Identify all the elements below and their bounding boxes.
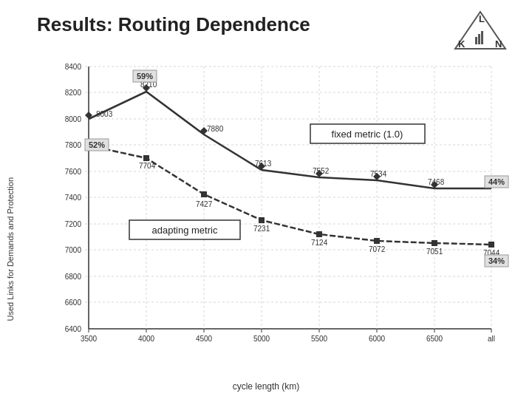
- svg-text:N: N: [495, 38, 502, 50]
- logo: L K N: [451, 9, 510, 53]
- svg-text:K: K: [458, 38, 466, 50]
- svg-text:7427: 7427: [196, 200, 213, 208]
- svg-text:44%: 44%: [488, 177, 505, 186]
- svg-text:6600: 6600: [65, 299, 82, 307]
- svg-text:5000: 5000: [253, 335, 270, 343]
- svg-text:7400: 7400: [65, 194, 82, 202]
- svg-text:8200: 8200: [65, 89, 82, 97]
- chart-svg: 8400 8200 8000 7800 7600 7400 7200 7000: [44, 59, 510, 355]
- svg-text:6800: 6800: [65, 273, 82, 281]
- svg-text:7534: 7534: [370, 170, 387, 178]
- svg-rect-65: [259, 217, 265, 223]
- svg-rect-3: [475, 37, 477, 44]
- svg-text:7200: 7200: [65, 220, 82, 228]
- svg-text:7072: 7072: [369, 245, 386, 253]
- svg-text:52%: 52%: [89, 140, 105, 149]
- svg-rect-5: [481, 31, 483, 44]
- svg-text:6500: 6500: [426, 335, 443, 343]
- svg-text:all: all: [488, 335, 495, 343]
- svg-rect-64: [201, 191, 207, 197]
- page-title: Results: Routing Dependence: [37, 13, 310, 36]
- svg-text:8000: 8000: [65, 115, 82, 123]
- svg-rect-63: [143, 155, 149, 161]
- svg-text:7800: 7800: [65, 141, 82, 149]
- svg-text:7231: 7231: [253, 225, 270, 233]
- svg-text:5500: 5500: [311, 335, 328, 343]
- svg-text:fixed metric (1.0): fixed metric (1.0): [332, 129, 403, 140]
- svg-text:6400: 6400: [65, 325, 82, 333]
- svg-text:4500: 4500: [196, 335, 213, 343]
- svg-rect-7: [89, 66, 491, 329]
- svg-text:7600: 7600: [65, 168, 82, 176]
- svg-text:7552: 7552: [313, 167, 330, 175]
- svg-text:8003: 8003: [96, 110, 113, 118]
- svg-text:34%: 34%: [488, 256, 505, 265]
- svg-text:7613: 7613: [255, 160, 272, 168]
- svg-text:7000: 7000: [65, 246, 82, 254]
- svg-text:8400: 8400: [65, 63, 82, 71]
- svg-text:6000: 6000: [369, 335, 386, 343]
- svg-text:7124: 7124: [311, 239, 328, 247]
- svg-text:4000: 4000: [138, 335, 155, 343]
- svg-text:59%: 59%: [137, 72, 153, 81]
- svg-rect-68: [432, 240, 437, 246]
- svg-text:3500: 3500: [81, 335, 98, 343]
- svg-rect-69: [488, 242, 494, 248]
- svg-rect-4: [478, 34, 480, 44]
- chart-area: 8400 8200 8000 7800 7600 7400 7200 7000: [44, 59, 510, 355]
- y-axis-label: Used Links for Demands and Protection: [6, 177, 18, 321]
- page: Results: Routing Dependence L K N Used L…: [0, 0, 532, 399]
- svg-rect-66: [316, 231, 322, 237]
- svg-text:7051: 7051: [426, 248, 443, 256]
- x-axis-label: cycle length (km): [233, 381, 300, 392]
- svg-rect-67: [374, 238, 380, 244]
- svg-text:7880: 7880: [207, 125, 224, 133]
- svg-text:7704: 7704: [139, 162, 156, 170]
- svg-text:L: L: [479, 13, 485, 24]
- svg-text:7468: 7468: [428, 178, 445, 186]
- svg-text:adapting metric: adapting metric: [152, 225, 218, 236]
